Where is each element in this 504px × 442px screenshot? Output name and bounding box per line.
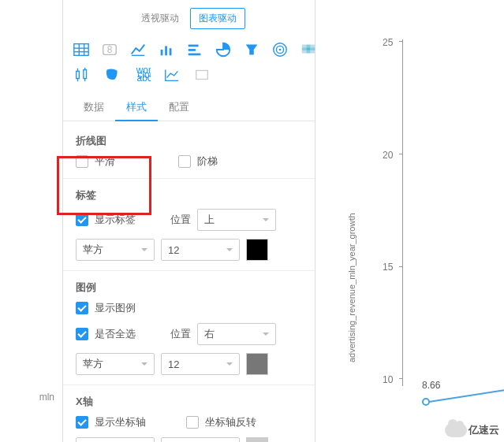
y-axis-line <box>402 39 403 386</box>
select-all-checkbox[interactable] <box>76 328 88 340</box>
line-section-title: 折线图 <box>76 134 302 148</box>
label-position-label: 位置 <box>170 213 191 227</box>
label-color-swatch[interactable] <box>246 239 268 261</box>
chart-preview: advertising_revenue_mln_year_growth 25 2… <box>315 0 504 442</box>
smooth-label: 平滑 <box>95 154 142 169</box>
svg-line-38 <box>429 390 504 402</box>
svg-rect-9 <box>165 46 167 55</box>
y-tick-mark <box>399 154 402 154</box>
xaxis-style-select[interactable]: 实线 <box>76 437 155 442</box>
xaxis-section-title: X轴 <box>76 395 302 409</box>
svg-rect-0 <box>74 44 88 56</box>
legend-section-title: 图例 <box>76 280 302 295</box>
svg-rect-25 <box>306 50 311 54</box>
label-section-title: 标签 <box>76 188 302 202</box>
watermark: 亿速云 <box>445 423 499 437</box>
table-icon[interactable] <box>73 40 90 59</box>
svg-rect-20 <box>311 45 315 48</box>
line-chart-icon[interactable] <box>129 40 147 59</box>
show-label-checkbox[interactable] <box>76 214 88 226</box>
drive-toggle: 透视驱动 图表驱动 <box>63 0 315 37</box>
tab-config[interactable]: 配置 <box>158 94 200 121</box>
svg-rect-11 <box>189 45 199 47</box>
bar-chart-icon[interactable] <box>158 40 175 59</box>
svg-rect-18 <box>302 45 307 48</box>
svg-rect-12 <box>189 49 196 51</box>
y-tick-20: 20 <box>383 150 393 161</box>
svg-rect-24 <box>302 50 307 54</box>
chart-type-grid: 8 wordcloudabc <box>63 37 315 94</box>
left-label: mln <box>39 392 54 403</box>
smooth-checkbox[interactable] <box>76 155 88 168</box>
perspective-drive-button[interactable]: 透视驱动 <box>133 8 188 29</box>
svg-rect-23 <box>311 47 315 50</box>
legend-color-swatch[interactable] <box>246 353 268 375</box>
tab-style[interactable]: 样式 <box>115 94 158 121</box>
xaxis-width-select[interactable]: 1 <box>161 437 240 442</box>
legend-position-select[interactable]: 右 <box>197 323 276 345</box>
select-all-label: 是否全选 <box>95 327 142 341</box>
chart-line-segment <box>410 386 504 418</box>
label-position-select[interactable]: 上 <box>197 209 276 231</box>
show-legend-checkbox[interactable] <box>76 302 88 314</box>
y-tick-10: 10 <box>383 374 393 385</box>
svg-rect-30 <box>84 70 87 79</box>
legend-font-select[interactable]: 苹方 <box>76 353 155 375</box>
reverse-xaxis-checkbox[interactable] <box>186 416 199 429</box>
y-tick-mark <box>399 41 402 42</box>
show-xaxis-label: 显示坐标轴 <box>95 415 158 429</box>
svg-text:8: 8 <box>107 44 113 55</box>
svg-text:abc: abc <box>137 72 151 84</box>
map-icon[interactable] <box>103 65 121 84</box>
show-label-label: 显示标签 <box>95 213 142 227</box>
svg-rect-8 <box>161 50 163 55</box>
y-tick-15: 15 <box>383 262 393 273</box>
show-xaxis-checkbox[interactable] <box>76 416 88 429</box>
radar-icon[interactable] <box>271 40 289 59</box>
svg-rect-21 <box>302 47 307 50</box>
area-chart-icon[interactable] <box>162 65 181 84</box>
step-checkbox[interactable] <box>178 155 191 168</box>
reverse-xaxis-label: 坐标轴反转 <box>205 415 256 429</box>
svg-rect-22 <box>306 47 311 50</box>
y-tick-mark <box>399 378 402 379</box>
metric-icon[interactable]: 8 <box>101 40 118 59</box>
style-content[interactable]: 折线图 平滑 阶梯 标签 显示标签 位置 上 苹方 12 图例 显示图例 <box>63 121 315 442</box>
svg-rect-13 <box>189 54 201 56</box>
pie-chart-icon[interactable] <box>215 40 232 59</box>
svg-point-37 <box>423 399 429 405</box>
show-legend-label: 显示图例 <box>95 301 142 315</box>
legend-size-select[interactable]: 12 <box>161 353 240 375</box>
config-panel: 透视驱动 图表驱动 8 wordcloudabc 数据 样式 配置 折线图 <box>63 0 315 442</box>
step-label: 阶梯 <box>197 154 218 169</box>
tab-data[interactable]: 数据 <box>73 94 115 121</box>
wordcloud-icon[interactable]: wordcloudabc <box>133 65 151 84</box>
svg-rect-19 <box>306 45 311 48</box>
panel-tabs: 数据 样式 配置 <box>63 94 315 121</box>
svg-rect-36 <box>196 71 208 80</box>
heatmap-icon[interactable] <box>300 40 317 59</box>
boxplot-icon[interactable] <box>73 65 91 84</box>
svg-point-17 <box>279 49 282 51</box>
svg-rect-10 <box>170 48 172 55</box>
chart-drive-button[interactable]: 图表驱动 <box>190 8 245 29</box>
y-axis-label: advertising_revenue_mln_year_growth <box>347 213 357 362</box>
y-tick-mark <box>399 266 402 267</box>
xaxis-color-swatch[interactable] <box>246 437 268 442</box>
svg-rect-26 <box>311 50 315 54</box>
label-size-select[interactable]: 12 <box>161 239 240 261</box>
blank-icon[interactable] <box>192 65 211 84</box>
svg-marker-14 <box>246 45 258 55</box>
svg-rect-27 <box>77 71 80 78</box>
label-font-select[interactable]: 苹方 <box>76 239 155 261</box>
hbar-chart-icon[interactable] <box>186 40 203 59</box>
cloud-icon <box>445 423 467 437</box>
legend-position-label: 位置 <box>170 327 191 341</box>
y-tick-25: 25 <box>383 37 393 48</box>
funnel-icon[interactable] <box>243 40 260 59</box>
